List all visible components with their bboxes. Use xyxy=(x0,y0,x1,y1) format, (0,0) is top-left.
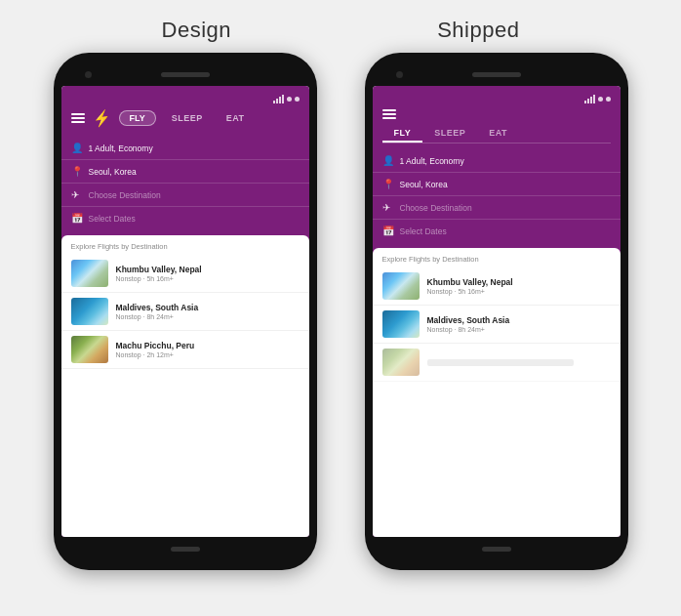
phone-camera-design xyxy=(85,71,92,78)
location-icon-shipped: 📍 xyxy=(382,179,394,189)
shipped-tabs-row: FLY SLEEP EAT xyxy=(382,123,611,144)
dest-item-1-shipped[interactable]: Maldives, South Asia Nonstop · 8h 24m+ xyxy=(373,306,621,344)
phone-speaker-shipped xyxy=(472,72,521,77)
app-logo-design: ⚡ xyxy=(93,109,111,127)
dest-image-1-shipped xyxy=(382,310,420,338)
signal-icon xyxy=(273,95,284,103)
shipped-phone: FLY SLEEP EAT 👤 1 Adult, Economy 📍 xyxy=(365,53,628,570)
dest-image-0-design xyxy=(71,260,108,287)
hamburger-icon-shipped[interactable] xyxy=(382,109,396,119)
location-icon-design: 📍 xyxy=(71,166,83,177)
destination-row-shipped[interactable]: ✈ Choose Destination xyxy=(373,196,621,220)
dest-sub-0-shipped: Nonstop · 5h 16m+ xyxy=(427,288,611,295)
tab-sleep-design[interactable]: SLEEP xyxy=(164,109,211,127)
destination-row-design[interactable]: ✈ Choose Destination xyxy=(61,184,309,207)
dest-image-2-shipped xyxy=(382,349,420,376)
dest-item-1-design[interactable]: Maldives, South Asia Nonstop · 8h 24m+ xyxy=(61,293,309,331)
design-app-header: ⚡ FLY SLEEP EAT xyxy=(61,86,309,137)
dest-item-0-design[interactable]: Khumbu Valley, Nepal Nonstop · 5h 16m+ xyxy=(61,255,309,293)
wifi-icon-shipped xyxy=(598,97,603,102)
origin-text-shipped: Seoul, Korea xyxy=(400,180,448,189)
explore-panel-design: Explore Flights by Destination Khumbu Va… xyxy=(61,235,309,537)
calendar-icon-shipped: 📅 xyxy=(382,226,394,236)
dest-image-2-design xyxy=(71,336,108,363)
destination-placeholder-shipped: Choose Destination xyxy=(400,203,472,213)
tab-eat-shipped[interactable]: EAT xyxy=(477,123,519,143)
dest-name-1-shipped: Maldives, South Asia xyxy=(427,315,611,325)
dest-item-0-shipped[interactable]: Khumbu Valley, Nepal Nonstop · 5h 16m+ xyxy=(373,267,621,306)
phone-bottom-bar-shipped xyxy=(373,541,621,556)
home-btn-design xyxy=(171,547,200,552)
dest-info-2-design: Machu Picchu, Peru Nonstop · 2h 12m+ xyxy=(116,341,300,358)
shipped-app-header: FLY SLEEP EAT xyxy=(373,86,621,149)
dest-info-0-shipped: Khumbu Valley, Nepal Nonstop · 5h 16m+ xyxy=(427,277,611,295)
hamburger-icon-design[interactable] xyxy=(71,113,85,123)
dest-name-2-design: Machu Picchu, Peru xyxy=(116,341,300,350)
explore-panel-shipped: Explore Flights by Destination Khumbu Va… xyxy=(373,248,621,537)
explore-title-shipped: Explore Flights by Destination xyxy=(373,248,621,267)
dest-name-0-design: Khumbu Valley, Nepal xyxy=(116,265,300,274)
phone-bottom-bar-design xyxy=(61,541,309,556)
plane-icon-shipped: ✈ xyxy=(382,202,394,213)
dest-name-1-design: Maldives, South Asia xyxy=(116,303,300,312)
design-phone: ⚡ FLY SLEEP EAT 👤 xyxy=(54,53,317,570)
shipped-app-body: 👤 1 Adult, Economy 📍 Seoul, Korea ✈ Choo… xyxy=(373,149,621,537)
tab-fly-shipped[interactable]: FLY xyxy=(382,123,423,143)
shipped-label: Shipped xyxy=(437,18,519,43)
dates-row-design[interactable]: 📅 Select Dates xyxy=(61,207,309,229)
dest-info-1-design: Maldives, South Asia Nonstop · 8h 24m+ xyxy=(116,303,300,320)
tab-fly-design[interactable]: FLY xyxy=(119,110,156,126)
phone-camera-shipped xyxy=(396,71,403,78)
dest-name-2-shipped xyxy=(427,359,574,366)
destination-placeholder-design: Choose Destination xyxy=(89,190,161,200)
battery-icon-shipped xyxy=(606,97,611,102)
dest-sub-0-design: Nonstop · 5h 16m+ xyxy=(116,275,300,282)
dest-image-1-design xyxy=(71,298,108,325)
shipped-screen: FLY SLEEP EAT 👤 1 Adult, Economy 📍 xyxy=(373,86,621,537)
plane-icon-design: ✈ xyxy=(71,189,83,200)
passengers-row-design[interactable]: 👤 1 Adult, Economy xyxy=(61,137,309,160)
signal-icon-shipped xyxy=(584,95,595,103)
origin-text-design: Seoul, Korea xyxy=(89,167,137,177)
calendar-icon-design: 📅 xyxy=(71,213,83,224)
tab-sleep-shipped[interactable]: SLEEP xyxy=(422,123,477,143)
phone-top-bar-design xyxy=(61,66,309,82)
home-btn-shipped xyxy=(482,547,511,552)
phone-speaker-design xyxy=(161,72,210,77)
status-bar-design xyxy=(71,94,300,103)
design-label: Design xyxy=(162,18,231,43)
dest-name-0-shipped: Khumbu Valley, Nepal xyxy=(427,277,611,287)
dest-image-0-shipped xyxy=(382,272,420,300)
dest-sub-1-design: Nonstop · 8h 24m+ xyxy=(116,313,300,320)
passengers-text-shipped: 1 Adult, Economy xyxy=(400,156,464,166)
phone-top-bar-shipped xyxy=(373,66,621,82)
dates-placeholder-shipped: Select Dates xyxy=(400,226,447,236)
person-icon-shipped: 👤 xyxy=(382,155,394,166)
battery-icon xyxy=(295,97,300,102)
dest-info-1-shipped: Maldives, South Asia Nonstop · 8h 24m+ xyxy=(427,315,611,333)
dest-info-0-design: Khumbu Valley, Nepal Nonstop · 5h 16m+ xyxy=(116,265,300,282)
dates-placeholder-design: Select Dates xyxy=(89,214,136,224)
dest-item-2-design[interactable]: Machu Picchu, Peru Nonstop · 2h 12m+ xyxy=(61,331,309,369)
tab-eat-design[interactable]: EAT xyxy=(219,109,253,127)
status-bar-shipped xyxy=(382,94,611,103)
shipped-nav-row xyxy=(382,107,611,123)
origin-row-design[interactable]: 📍 Seoul, Korea xyxy=(61,160,309,184)
design-screen: ⚡ FLY SLEEP EAT 👤 xyxy=(61,86,309,537)
dest-sub-2-design: Nonstop · 2h 12m+ xyxy=(116,351,300,358)
passengers-row-shipped[interactable]: 👤 1 Adult, Economy xyxy=(373,149,621,173)
origin-row-shipped[interactable]: 📍 Seoul, Korea xyxy=(373,173,621,196)
wifi-icon xyxy=(287,97,292,102)
dest-item-2-shipped[interactable] xyxy=(373,344,621,382)
design-nav-row: ⚡ FLY SLEEP EAT xyxy=(71,107,300,131)
phones-row: ⚡ FLY SLEEP EAT 👤 xyxy=(0,53,681,570)
explore-title-design: Explore Flights by Destination xyxy=(61,235,309,255)
dates-row-shipped[interactable]: 📅 Select Dates xyxy=(373,220,621,242)
person-icon-design: 👤 xyxy=(71,143,83,153)
labels-row: Design Shipped xyxy=(0,0,681,53)
design-app-body: 👤 1 Adult, Economy 📍 Seoul, Korea ✈ Choo… xyxy=(61,137,309,537)
dest-sub-1-shipped: Nonstop · 8h 24m+ xyxy=(427,326,611,333)
dest-info-2-shipped xyxy=(427,359,611,366)
passengers-text-design: 1 Adult, Economy xyxy=(89,144,153,153)
